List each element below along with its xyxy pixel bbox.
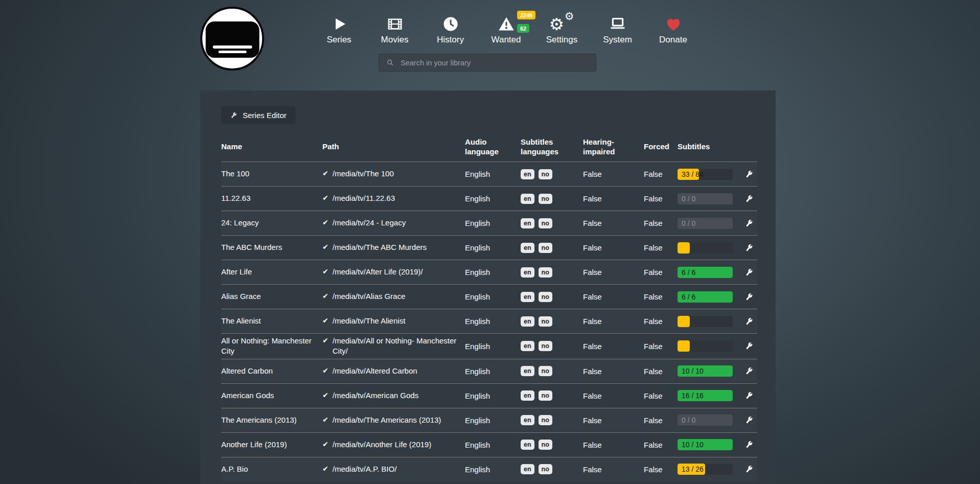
- subtitles-progress-bar: 33 / 84: [678, 169, 733, 180]
- table-row: The 100✔/media/tv/The 100EnglishennoFals…: [221, 162, 757, 186]
- language-badge: en: [521, 464, 534, 474]
- subtitles-progress-cell: [678, 316, 741, 327]
- series-name-cell: The Alienist: [221, 316, 322, 326]
- subtitles-languages-cell: enno: [521, 218, 583, 228]
- series-path: /media/tv/Another Life (2019): [333, 440, 431, 450]
- heart-icon: [645, 12, 701, 33]
- progress-fill: [678, 340, 690, 352]
- nav-label: Settings: [534, 35, 590, 45]
- audio-language-cell: English: [465, 292, 521, 301]
- subtitles-progress-cell: 10 / 10: [678, 365, 741, 377]
- table-row: American Gods✔/media/tv/American GodsEng…: [221, 383, 757, 408]
- subtitles-languages-cell: enno: [521, 464, 583, 474]
- series-path: /media/tv/American Gods: [333, 390, 418, 401]
- progress-fill: [678, 242, 690, 253]
- audio-language-cell: English: [465, 465, 521, 474]
- path-valid-check-icon: ✔: [322, 218, 329, 227]
- forced-cell: False: [644, 194, 678, 203]
- series-path: /media/tv/After Life (2019)/: [333, 267, 423, 277]
- laptop-icon: [590, 12, 645, 33]
- subtitles-languages-cell: enno: [521, 440, 583, 450]
- edit-wrench-icon[interactable]: [744, 366, 754, 376]
- edit-wrench-icon[interactable]: [744, 268, 754, 277]
- edit-wrench-icon[interactable]: [744, 440, 754, 449]
- nav-item-movies[interactable]: Movies: [367, 12, 423, 45]
- progress-label: 10 / 10: [682, 365, 704, 377]
- nav-item-settings[interactable]: ⚙⚙Settings: [534, 12, 590, 45]
- subtitles-progress-bar: [678, 242, 733, 253]
- language-badge: no: [539, 464, 552, 474]
- nav-item-wanted[interactable]: Wanted224662: [478, 12, 534, 45]
- hearing-impaired-cell: False: [583, 194, 644, 203]
- search-icon: [386, 58, 394, 67]
- series-path-cell: ✔/media/tv/Alias Grace: [322, 291, 465, 302]
- path-valid-check-icon: ✔: [322, 291, 329, 301]
- row-action-cell: [741, 170, 757, 179]
- logo-subtitle-line: [213, 45, 252, 49]
- forced-cell: False: [644, 367, 678, 376]
- hearing-impaired-cell: False: [583, 170, 644, 178]
- series-name: American Gods: [221, 390, 316, 401]
- subtitles-languages-cell: enno: [521, 366, 583, 376]
- edit-wrench-icon[interactable]: [744, 416, 754, 425]
- subtitles-progress-bar: 6 / 6: [678, 291, 733, 303]
- subtitles-languages-cell: enno: [521, 267, 583, 278]
- edit-wrench-icon[interactable]: [744, 341, 754, 351]
- nav-item-system[interactable]: System: [590, 12, 645, 45]
- series-table: Name Path Audio language Subtitles langu…: [221, 132, 757, 481]
- language-badge: en: [521, 316, 534, 327]
- language-badge: en: [521, 292, 534, 302]
- series-name: After Life: [221, 267, 316, 277]
- audio-language-cell: English: [465, 194, 521, 203]
- header-forced: Forced: [644, 142, 678, 152]
- progress-label: 6 / 6: [682, 267, 695, 278]
- edit-wrench-icon[interactable]: [744, 317, 754, 326]
- series-name-cell: Alias Grace: [221, 291, 322, 302]
- audio-language-cell: English: [465, 391, 521, 400]
- edit-wrench-icon[interactable]: [744, 194, 754, 203]
- forced-cell: False: [644, 170, 678, 178]
- edit-wrench-icon[interactable]: [744, 243, 754, 252]
- series-path-cell: ✔/media/tv/Altered Carbon: [322, 366, 465, 376]
- subtitles-languages-cell: enno: [521, 390, 583, 401]
- row-action-cell: [741, 391, 757, 400]
- row-action-cell: [741, 243, 757, 252]
- edit-wrench-icon[interactable]: [744, 170, 754, 179]
- hearing-impaired-cell: False: [583, 292, 644, 301]
- row-action-cell: [741, 366, 757, 376]
- audio-language-cell: English: [465, 243, 521, 252]
- series-path-cell: ✔/media/tv/After Life (2019)/: [322, 267, 465, 277]
- series-name-cell: A.P. Bio: [221, 464, 322, 474]
- series-name: Another Life (2019): [221, 440, 316, 450]
- subtitles-languages-cell: enno: [521, 415, 583, 425]
- edit-wrench-icon[interactable]: [744, 219, 754, 228]
- series-name-cell: American Gods: [221, 390, 322, 401]
- library-search: [379, 54, 596, 72]
- app-logo[interactable]: [200, 7, 264, 71]
- audio-language-cell: English: [465, 416, 521, 425]
- series-path-cell: ✔/media/tv/A.P. BIO/: [322, 464, 465, 474]
- edit-wrench-icon[interactable]: [744, 465, 754, 474]
- nav-item-series[interactable]: Series: [311, 12, 367, 45]
- language-badge: en: [521, 390, 534, 401]
- series-path-cell: ✔/media/tv/All or Nothing- Manchester Ci…: [322, 336, 465, 357]
- search-input[interactable]: [400, 58, 596, 67]
- logo-screen-shape: [205, 21, 259, 58]
- hearing-impaired-cell: False: [583, 342, 644, 351]
- path-valid-check-icon: ✔: [322, 390, 329, 400]
- progress-fill: [678, 316, 690, 327]
- hearing-impaired-cell: False: [583, 243, 644, 252]
- language-badge: no: [539, 218, 552, 228]
- edit-wrench-icon[interactable]: [744, 391, 754, 400]
- subtitles-progress-cell: 13 / 26: [678, 464, 741, 475]
- series-path-cell: ✔/media/tv/The ABC Murders: [322, 242, 465, 252]
- nav-item-history[interactable]: History: [423, 12, 478, 45]
- forced-cell: False: [644, 342, 678, 351]
- edit-wrench-icon[interactable]: [744, 292, 754, 302]
- nav-label: Donate: [645, 35, 701, 45]
- nav-item-donate[interactable]: Donate: [645, 12, 701, 45]
- forced-cell: False: [644, 465, 678, 474]
- language-badge: en: [521, 415, 534, 425]
- series-editor-button[interactable]: Series Editor: [221, 106, 295, 124]
- subtitles-progress-cell: 0 / 0: [678, 218, 741, 229]
